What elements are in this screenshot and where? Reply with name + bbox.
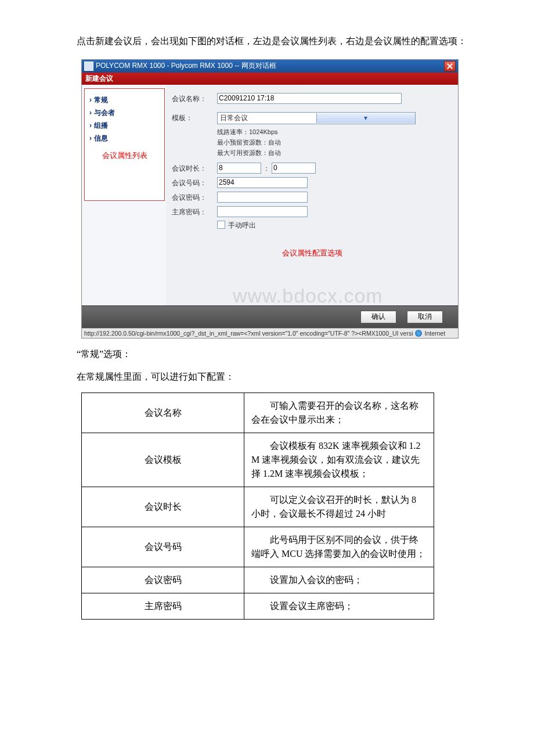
input-chair-pwd[interactable] [217,206,308,217]
label-chair-pwd: 主席密码： [172,206,217,217]
duration-sep: ： [263,164,270,174]
nav-participants[interactable]: ›与会者 [89,108,160,118]
label-conf-id: 会议号码： [172,177,217,188]
label-conf-name: 会议名称： [172,93,217,104]
cell-val: 可输入需要召开的会议名称，这名称会在会议中显示出来； [244,393,434,433]
right-pane: 会议名称： 模板： 日常会议 ▾ 线路速率：1024Kbps 最小预留资源数：自… [166,85,458,305]
nav-multicast[interactable]: ›组播 [89,121,160,131]
select-template[interactable]: 日常会议 ▾ [217,112,416,124]
input-conf-name[interactable] [217,93,402,104]
internet-zone-icon [415,330,422,337]
section-general-desc: 在常规属性里面，可以进行如下配置： [58,369,479,384]
nav-multicast-label: 组播 [94,121,108,129]
left-pane: ›常规 ›与会者 ›组播 ›信息 会议属性列表 [82,85,166,305]
intro-paragraph: 点击新建会议后，会出现如下图的对话框，左边是会议属性列表，右边是会议属性的配置选… [58,34,479,49]
cell-key: 会议模板 [82,433,244,487]
cell-val: 此号码用于区别不同的会议，供于终端呼入 MCU 选择需要加入的会议时使用； [244,527,434,567]
chevron-down-icon[interactable]: ▾ [316,113,416,123]
cancel-button[interactable]: 取消 [407,311,443,323]
app-icon [84,62,93,71]
table-row: 会议号码此号码用于区别不同的会议，供于终端呼入 MCU 选择需要加入的会议时使用… [82,527,434,567]
input-conf-id[interactable] [217,177,308,188]
input-duration-h[interactable] [217,163,261,174]
dialog-button-bar: 确认 取消 [82,305,458,328]
label-manual-call: 手动呼出 [228,221,256,231]
label-duration: 会议时长： [172,163,217,174]
cell-key: 会议号码 [82,527,244,567]
cell-val: 会议模板有 832K 速率视频会议和 1.2 M 速率视频会议，如有双流会议，建… [244,433,434,487]
desc-table: 会议名称可输入需要召开的会议名称，这名称会在会议中显示出来； 会议模板会议模板有… [81,393,434,620]
cell-key: 会议密码 [82,567,244,593]
status-bar: http://192.200.0.50/cgi-bin/rmx1000_cgi?… [82,328,458,338]
left-annotation: 会议属性列表 [89,150,160,161]
right-annotation: 会议属性配置选项 [172,248,452,258]
input-conf-pwd[interactable] [217,192,308,203]
label-template: 模板： [172,112,217,123]
table-row: 会议时长可以定义会议召开的时长，默认为 8 小时，会议最长不得超过 24 小时 [82,487,434,527]
section-general: “常规”选项： [58,347,479,362]
checkbox-manual-call[interactable] [217,221,225,229]
window-title: POLYCOM RMX 1000 - Polycom RMX 1000 -- 网… [96,61,276,71]
label-conf-pwd: 会议密码： [172,192,217,203]
select-template-value: 日常会议 [218,113,316,123]
ok-button[interactable]: 确认 [360,311,396,323]
table-row: 会议名称可输入需要召开的会议名称，这名称会在会议中显示出来； [82,393,434,433]
input-duration-m[interactable] [272,163,316,174]
nav-info-label: 信息 [94,134,108,142]
cell-val: 可以定义会议召开的时长，默认为 8 小时，会议最长不得超过 24 小时 [244,487,434,527]
table-row: 会议模板会议模板有 832K 速率视频会议和 1.2 M 速率视频会议，如有双流… [82,433,434,487]
watermark: www.bdocx.com [233,285,383,307]
status-url: http://192.200.0.50/cgi-bin/rmx1000_cgi?… [84,330,413,337]
dialog-screenshot: POLYCOM RMX 1000 - Polycom RMX 1000 -- 网… [81,59,459,339]
dialog-header: 新建会议 [82,73,458,85]
close-icon[interactable] [444,61,456,71]
table-row: 会议密码设置加入会议的密码； [82,567,434,593]
cell-key: 主席密码 [82,593,244,619]
cell-key: 会议时长 [82,487,244,527]
nav-general[interactable]: ›常规 [89,95,160,105]
nav-general-label: 常规 [94,96,108,104]
cell-val: 设置会议主席密码； [244,593,434,619]
info-rate: 线路速率：1024Kbps [217,128,416,136]
cell-val: 设置加入会议的密码； [244,567,434,593]
info-min: 最小预留资源数：自动 [217,138,416,147]
table-row: 主席密码设置会议主席密码； [82,593,434,619]
status-zone: Internet [424,330,445,337]
info-max: 最大可用资源数：自动 [217,149,416,157]
window-titlebar: POLYCOM RMX 1000 - Polycom RMX 1000 -- 网… [82,60,458,73]
cell-key: 会议名称 [82,393,244,433]
nav-participants-label: 与会者 [94,109,115,117]
nav-info[interactable]: ›信息 [89,134,160,143]
